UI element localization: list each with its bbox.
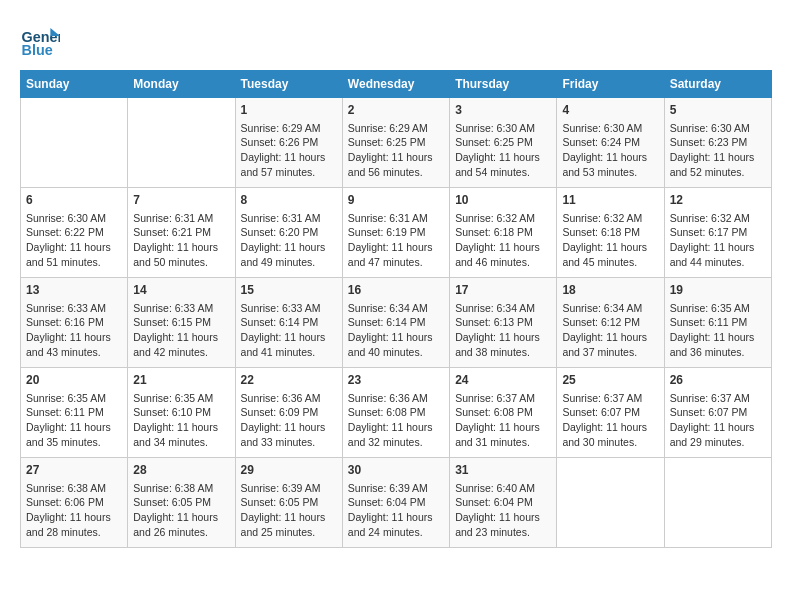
day-number: 26 [670,372,766,389]
day-number: 20 [26,372,122,389]
calendar-cell: 3Sunrise: 6:30 AMSunset: 6:25 PMDaylight… [450,98,557,188]
calendar-cell: 9Sunrise: 6:31 AMSunset: 6:19 PMDaylight… [342,188,449,278]
day-number: 9 [348,192,444,209]
day-number: 7 [133,192,229,209]
cell-info: Sunrise: 6:34 AMSunset: 6:14 PMDaylight:… [348,301,444,360]
cell-info: Sunrise: 6:30 AMSunset: 6:22 PMDaylight:… [26,211,122,270]
calendar-week-row: 13Sunrise: 6:33 AMSunset: 6:16 PMDayligh… [21,278,772,368]
day-number: 22 [241,372,337,389]
calendar-cell: 22Sunrise: 6:36 AMSunset: 6:09 PMDayligh… [235,368,342,458]
calendar-cell [664,458,771,548]
page-header: General Blue [20,20,772,60]
cell-info: Sunrise: 6:32 AMSunset: 6:18 PMDaylight:… [455,211,551,270]
day-number: 4 [562,102,658,119]
calendar-cell: 8Sunrise: 6:31 AMSunset: 6:20 PMDaylight… [235,188,342,278]
day-number: 29 [241,462,337,479]
day-number: 19 [670,282,766,299]
cell-info: Sunrise: 6:30 AMSunset: 6:23 PMDaylight:… [670,121,766,180]
day-number: 2 [348,102,444,119]
day-number: 5 [670,102,766,119]
day-number: 8 [241,192,337,209]
calendar-cell: 6Sunrise: 6:30 AMSunset: 6:22 PMDaylight… [21,188,128,278]
calendar-cell: 12Sunrise: 6:32 AMSunset: 6:17 PMDayligh… [664,188,771,278]
cell-info: Sunrise: 6:36 AMSunset: 6:08 PMDaylight:… [348,391,444,450]
cell-info: Sunrise: 6:29 AMSunset: 6:26 PMDaylight:… [241,121,337,180]
day-number: 27 [26,462,122,479]
cell-info: Sunrise: 6:35 AMSunset: 6:11 PMDaylight:… [26,391,122,450]
calendar-cell: 1Sunrise: 6:29 AMSunset: 6:26 PMDaylight… [235,98,342,188]
day-number: 6 [26,192,122,209]
calendar-cell: 31Sunrise: 6:40 AMSunset: 6:04 PMDayligh… [450,458,557,548]
calendar-cell: 26Sunrise: 6:37 AMSunset: 6:07 PMDayligh… [664,368,771,458]
calendar-week-row: 6Sunrise: 6:30 AMSunset: 6:22 PMDaylight… [21,188,772,278]
cell-info: Sunrise: 6:37 AMSunset: 6:07 PMDaylight:… [562,391,658,450]
day-number: 21 [133,372,229,389]
day-number: 11 [562,192,658,209]
calendar-header-row: SundayMondayTuesdayWednesdayThursdayFrid… [21,71,772,98]
calendar-week-row: 27Sunrise: 6:38 AMSunset: 6:06 PMDayligh… [21,458,772,548]
cell-info: Sunrise: 6:37 AMSunset: 6:08 PMDaylight:… [455,391,551,450]
cell-info: Sunrise: 6:32 AMSunset: 6:18 PMDaylight:… [562,211,658,270]
cell-info: Sunrise: 6:36 AMSunset: 6:09 PMDaylight:… [241,391,337,450]
calendar-cell: 21Sunrise: 6:35 AMSunset: 6:10 PMDayligh… [128,368,235,458]
calendar-cell: 29Sunrise: 6:39 AMSunset: 6:05 PMDayligh… [235,458,342,548]
cell-info: Sunrise: 6:39 AMSunset: 6:05 PMDaylight:… [241,481,337,540]
cell-info: Sunrise: 6:31 AMSunset: 6:19 PMDaylight:… [348,211,444,270]
day-number: 13 [26,282,122,299]
day-number: 24 [455,372,551,389]
day-number: 16 [348,282,444,299]
cell-info: Sunrise: 6:35 AMSunset: 6:11 PMDaylight:… [670,301,766,360]
day-number: 3 [455,102,551,119]
day-header-wednesday: Wednesday [342,71,449,98]
cell-info: Sunrise: 6:35 AMSunset: 6:10 PMDaylight:… [133,391,229,450]
cell-info: Sunrise: 6:33 AMSunset: 6:14 PMDaylight:… [241,301,337,360]
calendar-cell: 27Sunrise: 6:38 AMSunset: 6:06 PMDayligh… [21,458,128,548]
day-number: 18 [562,282,658,299]
calendar-cell: 25Sunrise: 6:37 AMSunset: 6:07 PMDayligh… [557,368,664,458]
cell-info: Sunrise: 6:30 AMSunset: 6:24 PMDaylight:… [562,121,658,180]
day-number: 17 [455,282,551,299]
calendar-cell: 14Sunrise: 6:33 AMSunset: 6:15 PMDayligh… [128,278,235,368]
logo: General Blue [20,20,64,60]
svg-text:Blue: Blue [22,42,53,58]
calendar-cell: 23Sunrise: 6:36 AMSunset: 6:08 PMDayligh… [342,368,449,458]
calendar-week-row: 20Sunrise: 6:35 AMSunset: 6:11 PMDayligh… [21,368,772,458]
day-header-monday: Monday [128,71,235,98]
calendar-cell: 4Sunrise: 6:30 AMSunset: 6:24 PMDaylight… [557,98,664,188]
calendar-cell: 5Sunrise: 6:30 AMSunset: 6:23 PMDaylight… [664,98,771,188]
day-number: 30 [348,462,444,479]
calendar-cell: 2Sunrise: 6:29 AMSunset: 6:25 PMDaylight… [342,98,449,188]
calendar-cell: 15Sunrise: 6:33 AMSunset: 6:14 PMDayligh… [235,278,342,368]
cell-info: Sunrise: 6:34 AMSunset: 6:13 PMDaylight:… [455,301,551,360]
calendar-cell: 17Sunrise: 6:34 AMSunset: 6:13 PMDayligh… [450,278,557,368]
calendar-table: SundayMondayTuesdayWednesdayThursdayFrid… [20,70,772,548]
day-number: 10 [455,192,551,209]
day-number: 15 [241,282,337,299]
cell-info: Sunrise: 6:40 AMSunset: 6:04 PMDaylight:… [455,481,551,540]
calendar-cell: 28Sunrise: 6:38 AMSunset: 6:05 PMDayligh… [128,458,235,548]
day-number: 25 [562,372,658,389]
calendar-cell: 18Sunrise: 6:34 AMSunset: 6:12 PMDayligh… [557,278,664,368]
calendar-cell: 20Sunrise: 6:35 AMSunset: 6:11 PMDayligh… [21,368,128,458]
calendar-cell: 30Sunrise: 6:39 AMSunset: 6:04 PMDayligh… [342,458,449,548]
calendar-week-row: 1Sunrise: 6:29 AMSunset: 6:26 PMDaylight… [21,98,772,188]
cell-info: Sunrise: 6:34 AMSunset: 6:12 PMDaylight:… [562,301,658,360]
day-number: 14 [133,282,229,299]
calendar-cell: 13Sunrise: 6:33 AMSunset: 6:16 PMDayligh… [21,278,128,368]
day-number: 12 [670,192,766,209]
calendar-cell: 7Sunrise: 6:31 AMSunset: 6:21 PMDaylight… [128,188,235,278]
day-header-tuesday: Tuesday [235,71,342,98]
cell-info: Sunrise: 6:39 AMSunset: 6:04 PMDaylight:… [348,481,444,540]
day-number: 31 [455,462,551,479]
logo-icon: General Blue [20,20,60,60]
calendar-cell [557,458,664,548]
calendar-cell [128,98,235,188]
calendar-cell: 11Sunrise: 6:32 AMSunset: 6:18 PMDayligh… [557,188,664,278]
cell-info: Sunrise: 6:37 AMSunset: 6:07 PMDaylight:… [670,391,766,450]
cell-info: Sunrise: 6:33 AMSunset: 6:16 PMDaylight:… [26,301,122,360]
day-number: 1 [241,102,337,119]
cell-info: Sunrise: 6:29 AMSunset: 6:25 PMDaylight:… [348,121,444,180]
cell-info: Sunrise: 6:33 AMSunset: 6:15 PMDaylight:… [133,301,229,360]
cell-info: Sunrise: 6:38 AMSunset: 6:06 PMDaylight:… [26,481,122,540]
day-header-saturday: Saturday [664,71,771,98]
